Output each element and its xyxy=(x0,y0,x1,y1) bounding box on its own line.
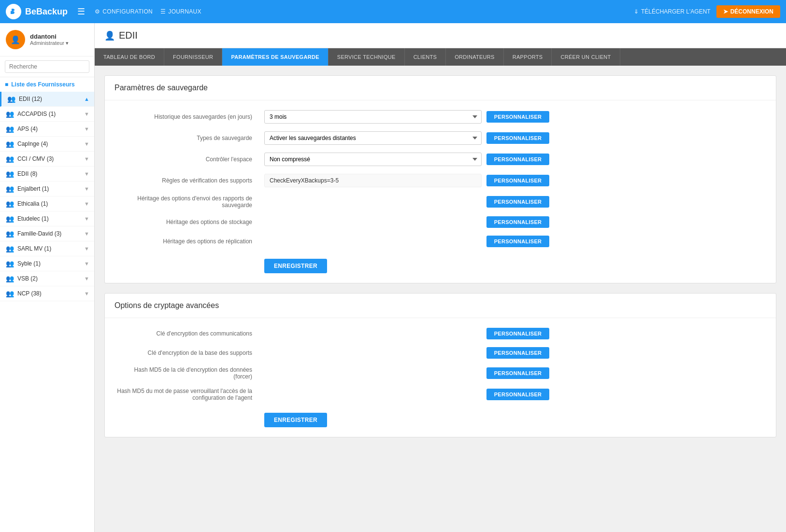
logo-icon xyxy=(6,4,21,19)
personnaliser-button[interactable]: PERSONNALISER xyxy=(486,111,549,123)
save-button[interactable]: ENREGISTRER xyxy=(264,413,327,427)
form-row: Clé d'encryption des communications PERS… xyxy=(114,328,766,339)
sidebar-item[interactable]: 👥 APS (4) ▼ xyxy=(0,122,94,137)
tab-service-technique[interactable]: SERVICE TECHNIQUE xyxy=(329,48,405,66)
backup-params-body: Historique des sauvegardes (en jours) 3 … xyxy=(105,100,776,283)
sidebar-item[interactable]: 👥 CapInge (4) ▼ xyxy=(0,137,94,152)
sidebar-item[interactable]: 👥 EDII (12) ▲ xyxy=(0,92,94,107)
logout-button[interactable]: ➤ DÉCONNEXION xyxy=(716,5,780,18)
sidebar-item[interactable]: 👥 SARL MV (1) ▼ xyxy=(0,241,94,256)
user-role: Administrateur ▾ xyxy=(30,40,69,46)
form-label: Contrôler l'espace xyxy=(114,156,259,163)
form-label: Clé d'encryption des communications xyxy=(114,330,259,337)
user-group-icon: 👥 xyxy=(6,275,14,282)
sidebar-item-label: APS (4) xyxy=(17,126,38,132)
search-input[interactable] xyxy=(5,60,89,73)
form-select[interactable]: Activer les sauvegardes distantesLocaleD… xyxy=(264,131,482,145)
download-agent-btn[interactable]: ⇓ TÉLÉCHARGER L'AGENT xyxy=(634,8,711,15)
sidebar-item-label: Ethicalia (1) xyxy=(17,200,48,207)
form-control-wrapper: PERSONNALISER xyxy=(264,347,766,359)
form-label: Héritage des options de stockage xyxy=(114,219,259,225)
sidebar-item-left: 👥 SARL MV (1) xyxy=(6,245,51,252)
sidebar-item[interactable]: 👥 NCP (38) ▼ xyxy=(0,286,94,301)
logo-area: BeBackup xyxy=(6,4,68,19)
sidebar-item[interactable]: 👥 Syble (1) ▼ xyxy=(0,256,94,271)
collapse-arrow-icon[interactable]: ▼ xyxy=(84,276,89,281)
sidebar-item-label: CapInge (4) xyxy=(17,140,48,147)
collapse-arrow-icon[interactable]: ▼ xyxy=(84,186,89,192)
sidebar-item-label: EDII (8) xyxy=(17,170,37,177)
collapse-arrow-icon[interactable]: ▲ xyxy=(84,96,89,102)
save-button[interactable]: ENREGISTRER xyxy=(264,259,327,273)
sidebar-item[interactable]: 👥 VSB (2) ▼ xyxy=(0,271,94,286)
personnaliser-button[interactable]: PERSONNALISER xyxy=(486,132,549,144)
personnaliser-button[interactable]: PERSONNALISER xyxy=(486,154,549,165)
form-row: Contrôler l'espace Non compresséCompress… xyxy=(114,153,766,166)
sidebar-item-label: EDII (12) xyxy=(19,96,42,102)
crypto-section: Options de cryptage avancées Clé d'encry… xyxy=(104,293,776,437)
form-select[interactable]: 3 mois1 mois6 mois1 an xyxy=(264,110,482,124)
sidebar-item[interactable]: 👥 ACCAPDIS (1) ▼ xyxy=(0,107,94,122)
form-control-wrapper: PERSONNALISER xyxy=(264,216,766,228)
personnaliser-button[interactable]: PERSONNALISER xyxy=(486,175,549,186)
collapse-arrow-icon[interactable]: ▼ xyxy=(84,291,89,296)
app-body: 👤 ddantoni Administrateur ▾ ■ Liste des … xyxy=(0,23,786,532)
sidebar-item[interactable]: 👥 EDII (8) ▼ xyxy=(0,167,94,182)
form-control-wrapper: PERSONNALISER xyxy=(264,367,766,379)
form-row: Types de sauvegarde Activer les sauvegar… xyxy=(114,131,766,145)
tab-crer-un-client[interactable]: CRÉER UN CLIENT xyxy=(552,48,620,66)
collapse-arrow-icon[interactable]: ▼ xyxy=(84,141,89,147)
form-control-wrapper: 3 mois1 mois6 mois1 an PERSONNALISER xyxy=(264,110,766,124)
sidebar-item-left: 👥 ACCAPDIS (1) xyxy=(6,110,56,118)
collapse-arrow-icon[interactable]: ▼ xyxy=(84,111,89,117)
collapse-arrow-icon[interactable]: ▼ xyxy=(84,201,89,207)
hamburger-icon[interactable]: ☰ xyxy=(75,4,87,19)
tab-paramtres-de-sauvegarde[interactable]: PARAMÈTRES DE SAUVEGARDE xyxy=(222,48,328,66)
form-label: Règles de vérification des supports xyxy=(114,177,259,184)
personnaliser-button[interactable]: PERSONNALISER xyxy=(486,328,549,339)
personnaliser-button[interactable]: PERSONNALISER xyxy=(486,389,549,400)
tab-clients[interactable]: CLIENTS xyxy=(405,48,446,66)
collapse-arrow-icon[interactable]: ▼ xyxy=(84,216,89,222)
journaux-icon: ☰ xyxy=(160,8,166,15)
tab-fournisseur[interactable]: FOURNISSEUR xyxy=(164,48,222,66)
sidebar-item[interactable]: 👥 Enjalbert (1) ▼ xyxy=(0,182,94,196)
personnaliser-button[interactable]: PERSONNALISER xyxy=(486,367,549,379)
page-header: 👤 EDII xyxy=(95,23,786,48)
user-group-icon: 👥 xyxy=(6,140,14,148)
sidebar-item-label: CCI / CMV (3) xyxy=(17,155,54,162)
sidebar-item[interactable]: 👥 Famille-David (3) ▼ xyxy=(0,226,94,241)
tab-ordinateurs[interactable]: ORDINATEURS xyxy=(446,48,504,66)
sidebar-item[interactable]: 👥 Ethicalia (1) ▼ xyxy=(0,196,94,211)
sidebar-item-left: 👥 EDII (8) xyxy=(6,170,37,178)
sidebar-item[interactable]: 👥 CCI / CMV (3) ▼ xyxy=(0,152,94,167)
sidebar-item[interactable]: 👥 Etudelec (1) ▼ xyxy=(0,211,94,226)
personnaliser-button[interactable]: PERSONNALISER xyxy=(486,347,549,359)
content-area: Paramètres de sauvegarde Historique des … xyxy=(95,66,786,457)
personnaliser-button[interactable]: PERSONNALISER xyxy=(486,196,549,208)
collapse-arrow-icon[interactable]: ▼ xyxy=(84,246,89,252)
collapse-arrow-icon[interactable]: ▼ xyxy=(84,171,89,177)
role-dropdown-icon[interactable]: ▾ xyxy=(66,40,69,46)
collapse-arrow-icon[interactable]: ▼ xyxy=(84,126,89,132)
personnaliser-button[interactable]: PERSONNALISER xyxy=(486,236,549,247)
tab-tableau-de-bord[interactable]: TABLEAU DE BORD xyxy=(95,48,164,66)
nav-configuration[interactable]: ⚙ CONFIGURATION xyxy=(95,8,153,15)
user-group-icon: 👥 xyxy=(6,155,14,163)
nav-journaux[interactable]: ☰ JOURNAUX xyxy=(160,8,201,15)
sidebar-item-left: 👥 Etudelec (1) xyxy=(6,215,49,223)
tabs-bar: TABLEAU DE BORDFOURNISSEURPARAMÈTRES DE … xyxy=(95,48,786,66)
sidebar-item-left: 👥 Famille-David (3) xyxy=(6,230,61,238)
personnaliser-button[interactable]: PERSONNALISER xyxy=(486,216,549,228)
collapse-arrow-icon[interactable]: ▼ xyxy=(84,261,89,266)
sidebar-item-left: 👥 EDII (12) xyxy=(7,95,42,103)
sidebar-item-label: Famille-David (3) xyxy=(17,230,61,237)
user-name: ddantoni xyxy=(30,33,69,40)
top-nav-right: ⇓ TÉLÉCHARGER L'AGENT ➤ DÉCONNEXION xyxy=(634,5,780,18)
collapse-arrow-icon[interactable]: ▼ xyxy=(84,156,89,162)
form-row: Héritage des options de réplication PERS… xyxy=(114,236,766,247)
collapse-arrow-icon[interactable]: ▼ xyxy=(84,231,89,237)
form-row: Héritage des options d'envoi des rapport… xyxy=(114,195,766,209)
tab-rapports[interactable]: RAPPORTS xyxy=(504,48,552,66)
form-select[interactable]: Non compresséCompressé xyxy=(264,153,482,166)
